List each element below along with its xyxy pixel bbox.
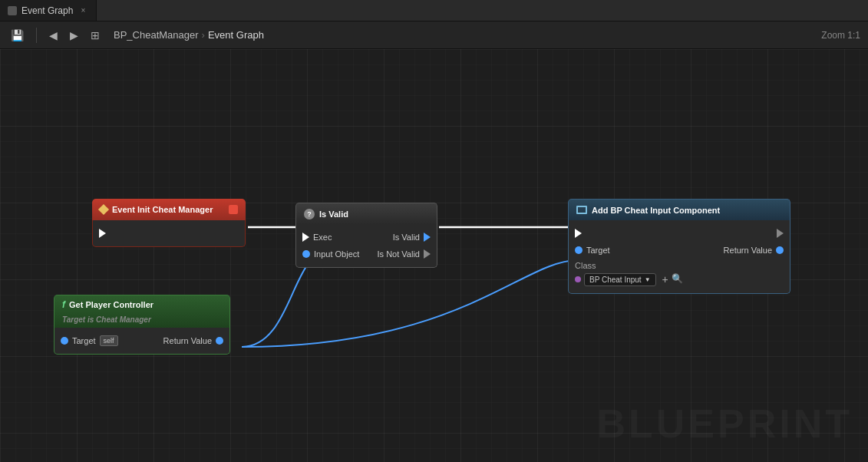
class-dropdown[interactable]: BP Cheat Input ▼ bbox=[584, 273, 656, 286]
is-not-valid-exec bbox=[424, 249, 431, 259]
target-dot bbox=[61, 337, 68, 345]
save-button[interactable]: 💾 bbox=[8, 28, 27, 43]
is-not-valid-label: Is Not Valid bbox=[378, 249, 420, 259]
target-pin: Target self bbox=[61, 335, 118, 346]
event-init-header: Event Init Cheat Manager bbox=[92, 199, 246, 220]
search-class-button[interactable]: 🔍 bbox=[672, 273, 683, 285]
is-valid-out-label: Is Valid bbox=[393, 233, 420, 242]
event-init-title: Event Init Cheat Manager bbox=[112, 205, 213, 214]
is-not-valid-pin: Is Not Valid bbox=[378, 249, 431, 259]
add-bp-node[interactable]: Add BP Cheat Input Component Target Retu… bbox=[568, 199, 790, 294]
class-row: Class BP Cheat Input ▼ + 🔍 bbox=[569, 259, 790, 289]
return-value-pin: Return Value bbox=[724, 246, 784, 255]
zoom-label: Zoom 1:1 bbox=[821, 30, 860, 41]
tab-icon bbox=[8, 6, 17, 15]
return-value-dot bbox=[216, 337, 223, 345]
add-bp-exec-icon bbox=[575, 229, 582, 238]
tab-close-button[interactable]: × bbox=[78, 5, 88, 16]
class-actions: + 🔍 bbox=[662, 273, 683, 285]
add-class-button[interactable]: + bbox=[662, 273, 668, 285]
input-object-dot bbox=[302, 250, 310, 258]
add-bp-title: Add BP Cheat Input Component bbox=[592, 206, 720, 215]
input-object-row: Input Object Is Not Valid bbox=[296, 246, 437, 262]
exec-in-icon bbox=[302, 233, 309, 242]
class-value: BP Cheat Input bbox=[589, 276, 642, 284]
monitor-icon bbox=[576, 206, 587, 214]
return-value-pin: Return Value bbox=[163, 336, 223, 345]
exec-in-pin: Exec bbox=[302, 233, 332, 242]
add-bp-target-dot bbox=[575, 246, 583, 254]
add-bp-body: Target Return Value Class BP Cheat Input… bbox=[568, 220, 790, 294]
event-init-node[interactable]: Event Init Cheat Manager bbox=[92, 199, 246, 247]
get-player-header: f Get Player Controller Target is Cheat … bbox=[54, 295, 230, 328]
tab-label: Event Graph bbox=[21, 5, 73, 16]
add-bp-target-label: Target bbox=[586, 246, 610, 255]
get-player-subtitle: Target is Cheat Manager bbox=[62, 315, 151, 324]
blueprint-watermark: BLUEPRINT bbox=[596, 401, 853, 447]
add-bp-target-pin: Target bbox=[575, 246, 610, 255]
input-object-label: Input Object bbox=[314, 249, 359, 259]
toolbar: 💾 ◀ ▶ ⊞ BP_CheatManager › Event Graph Zo… bbox=[0, 21, 868, 49]
return-value-label: Return Value bbox=[724, 246, 772, 255]
input-object-pin: Input Object bbox=[302, 249, 359, 259]
add-bp-header: Add BP Cheat Input Component bbox=[568, 199, 790, 220]
return-value-dot bbox=[776, 246, 784, 254]
grid-button[interactable]: ⊞ bbox=[87, 28, 103, 43]
class-input-row: BP Cheat Input ▼ + 🔍 bbox=[575, 272, 784, 286]
title-bar: Event Graph × bbox=[0, 0, 868, 21]
breadcrumb-separator: › bbox=[202, 29, 205, 41]
self-tag: self bbox=[100, 335, 118, 346]
add-bp-exec-row bbox=[569, 225, 790, 242]
event-exec-row bbox=[93, 225, 245, 242]
diamond-icon bbox=[98, 204, 109, 215]
question-icon: ? bbox=[304, 209, 315, 219]
add-bp-target-row: Target Return Value bbox=[569, 242, 790, 259]
return-value-label: Return Value bbox=[163, 336, 212, 345]
exec-out-pin bbox=[99, 229, 106, 238]
target-label: Target bbox=[72, 336, 96, 345]
get-player-controller-node[interactable]: f Get Player Controller Target is Cheat … bbox=[54, 295, 230, 355]
add-bp-exec-out-icon bbox=[777, 229, 784, 238]
class-label: Class bbox=[575, 261, 784, 270]
separator bbox=[36, 28, 37, 43]
add-bp-exec-in bbox=[575, 229, 582, 238]
is-valid-out-pin: Is Valid bbox=[393, 233, 431, 242]
is-valid-title: Is Valid bbox=[319, 210, 348, 219]
get-player-title-row: f Get Player Controller bbox=[62, 299, 222, 310]
get-player-target-row: Target self Return Value bbox=[54, 332, 229, 349]
function-icon: f bbox=[62, 299, 65, 310]
event-graph-tab[interactable]: Event Graph × bbox=[0, 0, 97, 21]
dropdown-arrow: ▼ bbox=[645, 276, 651, 283]
class-pin-dot bbox=[575, 276, 581, 282]
add-bp-exec-out bbox=[777, 229, 784, 238]
event-stop-icon bbox=[229, 205, 238, 214]
exec-pin-icon bbox=[99, 229, 106, 238]
get-player-body: Target self Return Value bbox=[54, 328, 230, 355]
exec-label: Exec bbox=[313, 233, 332, 242]
breadcrumb: BP_CheatManager › Event Graph bbox=[114, 29, 264, 41]
get-player-title: Get Player Controller bbox=[69, 300, 153, 309]
back-button[interactable]: ◀ bbox=[46, 28, 61, 43]
forward-button[interactable]: ▶ bbox=[67, 28, 81, 43]
event-init-body bbox=[92, 220, 246, 247]
is-valid-header: ? Is Valid bbox=[295, 203, 437, 224]
exec-in-row: Exec Is Valid bbox=[296, 229, 437, 246]
is-valid-body: Exec Is Valid Input Object Is Not Valid bbox=[295, 224, 437, 268]
is-valid-node[interactable]: ? Is Valid Exec Is Valid Input Object bbox=[295, 203, 437, 268]
breadcrumb-root[interactable]: BP_CheatManager bbox=[114, 29, 199, 41]
is-valid-exec-out bbox=[424, 233, 431, 242]
blueprint-canvas[interactable]: Event Init Cheat Manager ? Is Valid Exec bbox=[0, 49, 868, 462]
breadcrumb-current: Event Graph bbox=[208, 29, 264, 41]
